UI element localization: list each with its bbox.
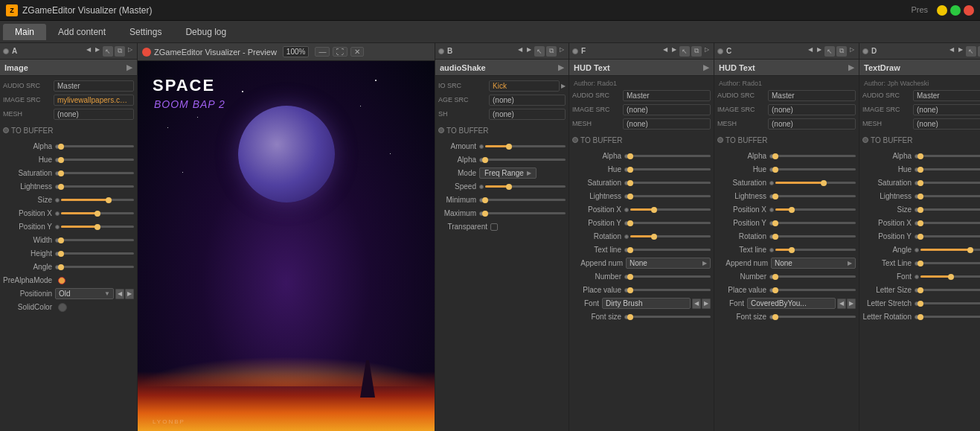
panel-c-mesh-value[interactable]: (none) [768,118,856,130]
panel-b-mesh-value[interactable]: (none) [489,109,566,120]
panel-b-mode-select[interactable]: Freq Range ▶ [479,167,537,179]
panel-f-font-prev[interactable]: ◀ [692,298,701,309]
panel-f-placevalue-track[interactable] [630,289,711,291]
panel-c-placevalue-track[interactable] [775,289,856,291]
panel-d-image-src-value[interactable]: (none) [913,104,980,115]
panel-f-alpha-track[interactable] [630,155,711,157]
panel-d-lightness-track[interactable] [920,195,980,197]
panel-b-expand-arrow[interactable]: ▶ [558,63,564,71]
tab-settings[interactable]: Settings [118,24,173,40]
panel-d-next[interactable]: ▶ [957,46,964,57]
panel-f-image-src-value[interactable]: (none) [623,104,711,115]
panel-f-saturation-track[interactable] [630,182,711,184]
panel-c-append-select[interactable]: None ▶ [771,258,856,269]
panel-a-position-prev[interactable]: ◀ [115,289,124,299]
panel-f-to-buffer-btn[interactable]: TO BUFFER [572,136,622,144]
panel-f-positiony-track[interactable] [630,222,711,224]
panel-a-prealpha-dot[interactable] [58,277,65,284]
panel-f-font-next[interactable]: ▶ [702,298,711,309]
panel-f-prev[interactable]: ◀ [662,46,669,57]
panel-f-positionx-track[interactable] [630,208,711,211]
panel-d-mesh-value[interactable]: (none) [913,118,980,130]
minimize-button[interactable] [937,5,947,16]
maximize-button[interactable] [950,5,961,16]
panel-c-positiony-track[interactable] [775,222,856,224]
panel-f-font-select[interactable]: Dirty Brush [602,298,691,309]
panel-c-audio-src-value[interactable]: Master [768,90,856,101]
panel-f-hue-track[interactable] [630,168,711,170]
panel-d-positionx-track[interactable] [920,222,980,224]
panel-b-transparent-check[interactable] [490,223,498,231]
panel-d-textline-track[interactable] [920,262,980,264]
panel-a-position-select[interactable]: Old ▼ [55,288,114,299]
panel-b-minimum-track[interactable] [485,199,566,201]
panel-b-to-buffer-btn[interactable]: TO BUFFER [438,127,488,135]
panel-a-height-track[interactable] [61,252,134,255]
panel-c-to-buffer-btn[interactable]: TO BUFFER [717,136,767,144]
panel-f-mesh-value[interactable]: (none) [623,118,711,130]
panel-d-prev[interactable]: ◀ [948,46,955,57]
panel-d-lettersize-track[interactable] [920,289,980,291]
panel-a-solid-color-dot[interactable] [58,303,67,312]
panel-c-lightness-track[interactable] [775,195,856,197]
panel-f-cursor[interactable]: ↖ [679,46,690,57]
preview-close-btn2[interactable]: ✕ [350,47,364,57]
panel-b-alpha-track[interactable] [485,159,566,161]
panel-a-angle-track[interactable] [61,266,134,268]
preview-zoom[interactable]: 100% [283,46,310,57]
panel-b-amount-track[interactable] [485,145,566,147]
panel-f-lightness-track[interactable] [630,195,711,197]
panel-d-to-buffer-btn[interactable]: TO BUFFER [862,136,912,144]
panel-d-letterstretch-track[interactable] [920,302,980,304]
panel-a-cursor[interactable]: ↖ [103,46,113,57]
panel-c-image-src-value[interactable]: (none) [768,104,856,115]
panel-f-expand[interactable]: ▷ [703,46,711,57]
close-button[interactable] [964,5,974,16]
panel-f-append-select[interactable]: None ▶ [626,258,711,269]
panel-a-alpha-track[interactable] [61,145,134,147]
panel-b-audio-src-value[interactable]: Kick [489,80,560,92]
panel-b-next[interactable]: ▶ [525,46,533,57]
panel-f-number-track[interactable] [630,275,711,278]
panel-a-positionx-track[interactable] [61,212,134,214]
panel-c-saturation-track[interactable] [775,182,856,184]
tab-main[interactable]: Main [3,24,46,40]
panel-a-positiony-track[interactable] [61,226,134,228]
panel-a-width-track[interactable] [61,239,134,241]
panel-b-maximum-track[interactable] [485,212,566,214]
panel-d-letterrotation-track[interactable] [920,316,980,318]
panel-a-prev[interactable]: ◀ [85,46,92,57]
panel-c-hue-track[interactable] [775,168,856,170]
panel-d-angle-track[interactable] [920,249,980,251]
tab-debug-log[interactable]: Debug log [173,24,238,40]
panel-c-textline-track[interactable] [775,249,856,251]
panel-b-image-src-value[interactable]: (none) [489,95,566,106]
panel-d-hue-track[interactable] [920,168,980,170]
preview-minimize-btn[interactable]: — [315,47,330,57]
panel-c-copy[interactable]: ⧉ [836,46,847,57]
panel-b-speed-track[interactable] [485,185,566,188]
panel-a-copy[interactable]: ⧉ [115,46,125,57]
panel-a-next[interactable]: ▶ [94,46,101,57]
preview-fullscreen-btn[interactable]: ⛶ [333,47,348,57]
panel-d-size-track[interactable] [920,208,980,211]
panel-f-next[interactable]: ▶ [670,46,678,57]
panel-a-size-track[interactable] [61,199,134,201]
panel-f-copy[interactable]: ⧉ [691,46,702,57]
preview-close-button[interactable] [142,48,151,57]
panel-c-expand[interactable]: ▷ [848,46,856,57]
panel-c-number-track[interactable] [775,275,856,278]
panel-d-positiony-track[interactable] [920,235,980,237]
panel-d-saturation-track[interactable] [920,182,980,184]
panel-a-expand-arrow[interactable]: ▶ [126,63,132,71]
panel-c-fontsize-track[interactable] [775,316,856,318]
panel-a-image-src-value[interactable]: mylivewallpapers.com... [54,95,134,106]
panel-a-position-next[interactable]: ▶ [125,289,134,299]
panel-d-alpha-track[interactable] [920,155,980,157]
panel-d-audio-src-value[interactable]: Master [913,90,980,101]
panel-c-font-select[interactable]: CoveredByYou... [747,298,836,309]
panel-a-audio-src-value[interactable]: Master [54,80,134,92]
panel-a-to-buffer-btn[interactable]: TO BUFFER [3,127,53,135]
panel-f-audio-src-value[interactable]: Master [623,90,711,101]
panel-c-next[interactable]: ▶ [816,46,823,57]
